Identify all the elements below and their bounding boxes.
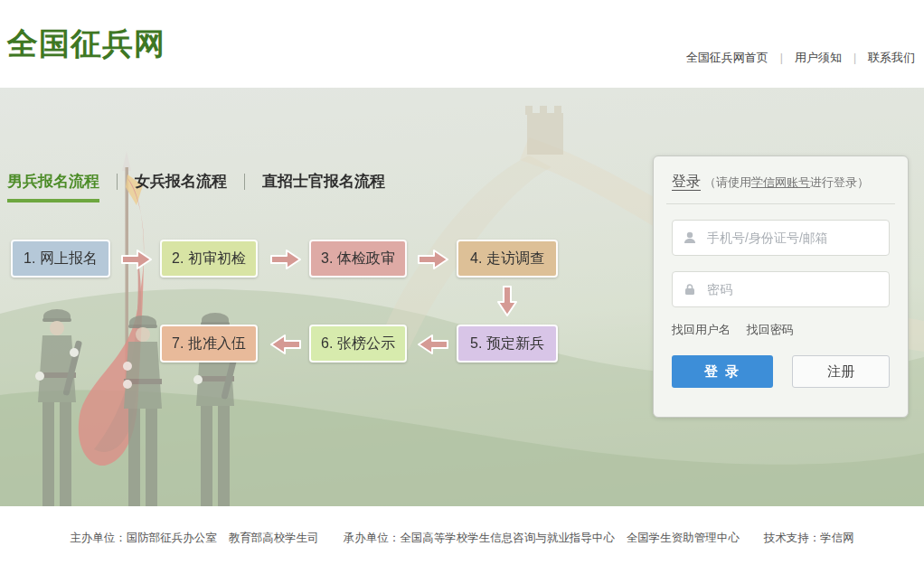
flow-step-1-online-signup: 1. 网上报名: [11, 240, 110, 278]
flow-step-4-home-visit: 4. 走访调查: [457, 240, 558, 278]
hero-section: 男兵报名流程 女兵报名流程 直招士官报名流程 1. 网上报名 2. 初审初检 3…: [0, 88, 924, 506]
chsi-account-link[interactable]: 学信网账号: [751, 175, 810, 189]
arrow-left-icon: [418, 334, 448, 355]
footer-organizer-unit: 承办单位：全国高等学校学生信息咨询与就业指导中心: [344, 531, 615, 565]
arrow-right-icon: [121, 249, 152, 270]
username-input[interactable]: [672, 220, 890, 256]
page: 全国征兵网 全国征兵网首页 | 用户须知 | 联系我们: [0, 0, 924, 565]
arrow-right-icon: [270, 249, 301, 270]
flow-step-7-approve-enlistment: 7. 批准入伍: [160, 325, 258, 363]
register-button[interactable]: 注册: [792, 355, 890, 388]
flow-step-5-preselect-recruit: 5. 预定新兵: [457, 325, 558, 363]
recover-links: 找回用户名 找回密码: [672, 322, 890, 338]
login-header: 登录 （请使用学信网账号进行登录）: [672, 173, 890, 192]
login-divider: [666, 203, 895, 204]
flow-step-6-public-notice: 6. 张榜公示: [309, 325, 407, 363]
site-logo: 全国征兵网: [7, 24, 165, 65]
lock-icon: [683, 282, 697, 297]
tab-divider: [244, 174, 245, 190]
nav-link-contact[interactable]: 联系我们: [868, 50, 915, 66]
username-field-wrap: [672, 220, 890, 256]
nav-link-user-notice[interactable]: 用户须知: [795, 50, 842, 66]
tab-male-enlist-flow[interactable]: 男兵报名流程: [7, 171, 99, 202]
arrow-right-icon: [418, 249, 448, 270]
login-note-suffix: 进行登录）: [810, 175, 869, 189]
footer-tech-support: 技术支持：学信网: [764, 531, 854, 565]
flow-tabs: 男兵报名流程 女兵报名流程 直招士官报名流程: [7, 171, 385, 202]
nav-separator: |: [853, 52, 856, 64]
login-panel: 登录 （请使用学信网账号进行登录） 找回用户名 找回: [653, 155, 909, 418]
login-note-prefix: （请使用: [704, 175, 751, 189]
site-header: 全国征兵网 全国征兵网首页 | 用户须知 | 联系我们: [0, 0, 924, 88]
nav-link-home[interactable]: 全国征兵网首页: [686, 50, 768, 66]
password-field-wrap: [672, 271, 890, 307]
login-button[interactable]: 登 录: [672, 355, 773, 388]
footer-organizer-unit-2: 全国学生资助管理中心: [627, 531, 740, 565]
tab-nco-enlist-flow[interactable]: 直招士官报名流程: [262, 171, 385, 199]
arrow-down-icon: [496, 286, 518, 316]
tab-female-enlist-flow[interactable]: 女兵报名流程: [135, 171, 227, 199]
login-buttons: 登 录 注册: [672, 355, 890, 388]
site-footer: 主办单位：国防部征兵办公室 教育部高校学生司 承办单位：全国高等学校学生信息咨询…: [0, 506, 924, 565]
footer-host-unit: 主办单位：国防部征兵办公室: [70, 531, 217, 565]
flow-step-3-physical-political-exam: 3. 体检政审: [309, 240, 407, 278]
footer-host-unit-2: 教育部高校学生司: [229, 531, 319, 565]
flow-step-2-initial-review: 2. 初审初检: [160, 240, 258, 278]
tab-divider: [117, 174, 118, 190]
nav-separator: |: [780, 52, 783, 64]
login-note: （请使用学信网账号进行登录）: [704, 174, 869, 191]
recover-password-link[interactable]: 找回密码: [747, 323, 794, 336]
login-title[interactable]: 登录: [672, 173, 701, 192]
user-icon: [683, 231, 697, 245]
password-input[interactable]: [672, 271, 890, 307]
top-nav: 全国征兵网首页 | 用户须知 | 联系我们: [686, 50, 915, 66]
arrow-left-icon: [270, 334, 301, 355]
recover-username-link[interactable]: 找回用户名: [672, 323, 731, 336]
